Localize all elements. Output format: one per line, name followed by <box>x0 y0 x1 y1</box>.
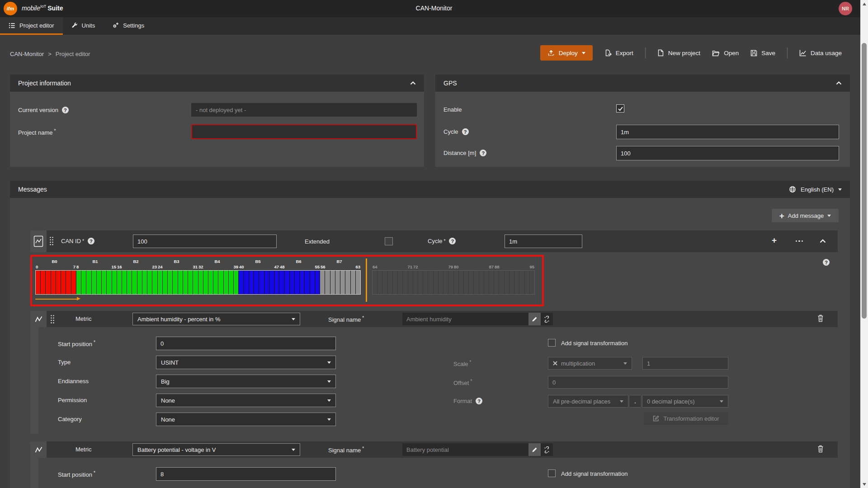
bit-cell[interactable] <box>117 271 122 294</box>
bit-cell[interactable] <box>434 271 439 294</box>
bit-cell[interactable] <box>439 271 443 294</box>
extended-checkbox[interactable] <box>385 237 393 245</box>
bit-cell[interactable] <box>459 271 464 294</box>
bit-cell[interactable] <box>469 271 474 294</box>
bit-cell[interactable] <box>137 271 142 294</box>
bit-cell[interactable] <box>152 271 157 294</box>
bit-cell[interactable] <box>122 271 127 294</box>
format-decimal-select[interactable]: 0 decimal place(s) <box>642 395 728 408</box>
bit-cell[interactable] <box>81 271 86 294</box>
bit-cell[interactable] <box>356 271 360 294</box>
bit-cell[interactable] <box>428 271 433 294</box>
format-predecimal-select[interactable]: All pre-decimal places <box>548 395 628 408</box>
endianness-select[interactable]: Big <box>156 375 336 388</box>
bit-cell[interactable] <box>320 271 325 294</box>
bit-cell[interactable] <box>335 271 340 294</box>
help-icon[interactable]: ? <box>88 238 94 244</box>
open-button[interactable]: Open <box>712 50 739 56</box>
bit-cell[interactable] <box>51 271 56 294</box>
scale-value-field[interactable] <box>642 357 728 370</box>
edit-signal-name-button[interactable] <box>528 313 541 325</box>
bit-cell[interactable] <box>163 271 168 294</box>
unlink-icon[interactable] <box>541 443 553 456</box>
bit-cell[interactable] <box>505 271 509 294</box>
user-avatar[interactable]: NR <box>839 2 852 15</box>
bit-cell[interactable] <box>71 271 76 294</box>
export-button[interactable]: Export <box>604 49 633 56</box>
bit-cell[interactable] <box>403 271 408 294</box>
bit-cell[interactable] <box>203 271 208 294</box>
bit-cell[interactable] <box>127 271 132 294</box>
bit-cell[interactable] <box>244 271 249 294</box>
metric-select[interactable]: Battery potential - voltage in V <box>132 443 300 456</box>
bit-cell[interactable] <box>198 271 203 294</box>
permission-select[interactable]: None <box>156 394 336 407</box>
transformation-editor-button[interactable]: Transformation editor <box>644 412 728 425</box>
bit-cell[interactable] <box>310 271 315 294</box>
bit-cell[interactable] <box>264 271 269 294</box>
bit-cell[interactable] <box>345 271 350 294</box>
bit-cell[interactable] <box>66 271 71 294</box>
add-message-button[interactable]: + Add message <box>772 209 839 222</box>
start-position-field[interactable] <box>156 467 336 481</box>
bit-cell[interactable] <box>377 271 382 294</box>
bit-cell[interactable] <box>86 271 91 294</box>
bit-cell[interactable] <box>158 271 163 294</box>
bit-cell[interactable] <box>56 271 61 294</box>
signal-name-field[interactable] <box>402 313 528 325</box>
help-icon[interactable]: ? <box>462 128 469 135</box>
tab-project-editor[interactable]: Project editor <box>0 17 63 35</box>
edit-signal-name-button[interactable] <box>528 443 541 456</box>
bit-cell[interactable] <box>489 271 494 294</box>
bit-grid-active-bytes[interactable]: B007B1815B21623B32431B43239B54047B64855B… <box>35 257 361 305</box>
add-transformation-checkbox[interactable] <box>548 469 556 477</box>
bit-cell[interactable] <box>494 271 499 294</box>
category-select[interactable]: None <box>156 413 336 426</box>
signal-name-field[interactable] <box>402 443 528 456</box>
scrollbar[interactable] <box>860 0 868 488</box>
bit-cell[interactable] <box>388 271 393 294</box>
bit-cell[interactable] <box>142 271 147 294</box>
bit-cell[interactable] <box>305 271 310 294</box>
gps-distance-field[interactable] <box>616 146 839 160</box>
bit-cell[interactable] <box>224 271 229 294</box>
bit-cell[interactable] <box>76 271 81 294</box>
bit-cell[interactable] <box>213 271 218 294</box>
bit-cell[interactable] <box>530 271 534 294</box>
scale-operation-select[interactable]: multiplication <box>548 357 632 370</box>
bit-cell[interactable] <box>92 271 97 294</box>
bit-cell[interactable] <box>274 271 279 294</box>
bit-cell[interactable] <box>239 271 244 294</box>
drag-handle[interactable] <box>50 314 55 324</box>
bit-cell[interactable] <box>418 271 423 294</box>
bit-cell[interactable] <box>46 271 51 294</box>
bit-cell[interactable] <box>132 271 137 294</box>
bit-cell[interactable] <box>525 271 530 294</box>
bit-cell[interactable] <box>254 271 259 294</box>
bit-cell[interactable] <box>315 271 320 294</box>
bit-cell[interactable] <box>112 271 117 294</box>
bit-cell[interactable] <box>173 271 178 294</box>
breadcrumb-parent[interactable]: CAN-Monitor <box>10 51 44 57</box>
bit-cell[interactable] <box>398 271 403 294</box>
bit-cell[interactable] <box>107 271 112 294</box>
unlink-icon[interactable] <box>541 313 553 325</box>
bit-cell[interactable] <box>325 271 330 294</box>
bit-cell[interactable] <box>97 271 102 294</box>
bit-cell[interactable] <box>499 271 504 294</box>
help-icon[interactable]: ? <box>449 238 456 244</box>
bit-cell[interactable] <box>147 271 152 294</box>
tab-settings[interactable]: Settings <box>104 17 153 35</box>
gps-enable-checkbox[interactable] <box>616 104 624 113</box>
bit-cell[interactable] <box>61 271 66 294</box>
help-icon[interactable]: ? <box>62 107 69 113</box>
project-name-field[interactable] <box>191 124 417 139</box>
bit-cell[interactable] <box>393 271 398 294</box>
bit-cell[interactable] <box>300 271 305 294</box>
help-icon[interactable]: ? <box>476 398 482 404</box>
scrollbar-thumb[interactable] <box>862 43 867 319</box>
bit-cell[interactable] <box>229 271 234 294</box>
bit-cell[interactable] <box>218 271 223 294</box>
bit-cell[interactable] <box>284 271 289 294</box>
bit-cell[interactable] <box>234 271 239 294</box>
